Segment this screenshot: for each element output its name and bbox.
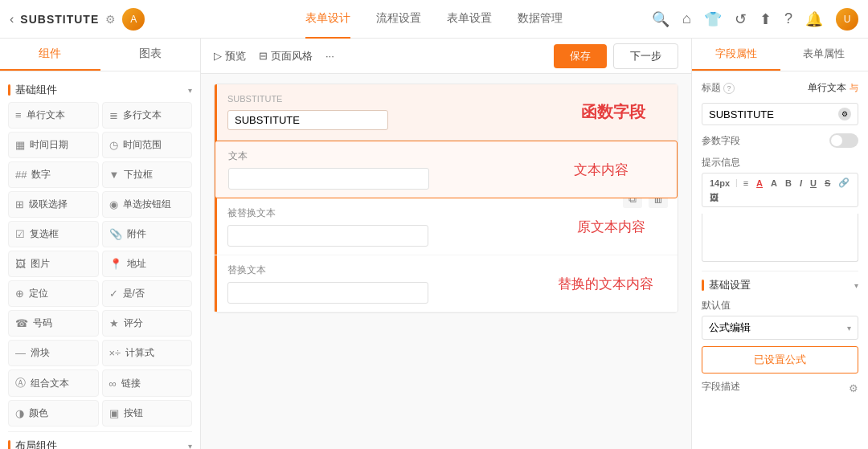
component-date-range[interactable]: ◷ 时间范围 [102, 132, 193, 158]
underline-btn[interactable]: U [808, 178, 819, 189]
field-row-original: 被替换文本 原文本内容 [215, 198, 678, 255]
date-range-icon: ◷ [109, 139, 118, 151]
settings-icon[interactable]: ⚙ [105, 13, 116, 26]
component-radio[interactable]: ◉ 单选按钮组 [102, 191, 193, 218]
image-btn[interactable]: 🖼 [707, 192, 721, 203]
search-icon[interactable]: 🔍 [652, 10, 669, 28]
title-info-icon[interactable]: ? [723, 83, 735, 94]
page-style-button[interactable]: ⊟ 页面风格 [259, 49, 313, 63]
component-location[interactable]: ⊕ 定位 [8, 280, 99, 307]
italic-btn[interactable]: I [797, 178, 805, 189]
top-navigation: ‹ SUBSTITUTE ⚙ A 表单设计 流程设置 表单设置 数据管理 🔍 ⌂… [0, 0, 868, 39]
help-icon[interactable]: ? [784, 10, 792, 27]
component-label: 是/否 [123, 287, 145, 300]
component-date[interactable]: ▦ 时间日期 [8, 132, 99, 158]
home-icon[interactable]: ⌂ [682, 10, 691, 27]
component-formula[interactable]: ×÷ 计算式 [102, 340, 193, 366]
component-yes-no[interactable]: ✓ 是/否 [102, 280, 193, 307]
bold-btn[interactable]: B [783, 178, 794, 189]
prop-title-row: 标题 ? 单行文本 与 [702, 81, 858, 95]
tab-components[interactable]: 组件 [0, 39, 100, 71]
field-input-text[interactable] [228, 168, 429, 190]
dropdown-icon: ▼ [109, 169, 120, 181]
title-settings-icon[interactable]: ⚙ [838, 108, 851, 120]
title-value-input[interactable]: SUBSTITUTE ⚙ [702, 103, 858, 125]
formula-button[interactable]: 已设置公式 [702, 346, 858, 373]
tab-charts[interactable]: 图表 [100, 39, 201, 71]
param-toggle[interactable] [829, 133, 858, 148]
component-checkbox[interactable]: ☑ 复选框 [8, 221, 99, 247]
align-icon[interactable]: ≡ [741, 178, 751, 189]
basic-settings-collapse[interactable]: ▾ [854, 281, 858, 290]
basic-settings-section: 基础设置 ▾ [702, 271, 858, 299]
component-single-text[interactable]: ≡ 单行文本 [8, 102, 99, 129]
back-button[interactable]: ‹ [10, 12, 14, 27]
left-panel: 组件 图表 基础组件 ▾ ≡ 单行文本 ≣ 多行文本 [0, 39, 201, 449]
tab-workflow[interactable]: 流程设置 [376, 0, 421, 39]
next-button[interactable]: 下一步 [613, 43, 678, 69]
strikethrough-btn[interactable]: S [822, 178, 833, 189]
component-button[interactable]: ▣ 按钮 [102, 400, 193, 427]
tab-form-design[interactable]: 表单设计 [305, 0, 350, 39]
tab-field-props[interactable]: 字段属性 [692, 39, 780, 71]
field-input-original[interactable] [227, 225, 428, 247]
component-label: 多行文本 [123, 108, 162, 122]
color-icon: ◑ [15, 407, 24, 419]
tab-form-props[interactable]: 表单属性 [780, 39, 869, 71]
component-label: 复选框 [30, 227, 59, 241]
layout-collapse-icon[interactable]: ▾ [188, 442, 192, 450]
basic-section-label: 基础组件 [15, 83, 57, 97]
color-a-underline-btn[interactable]: A [754, 178, 765, 189]
component-link[interactable]: ∞ 链接 [102, 369, 193, 397]
preview-label: 预览 [225, 49, 246, 63]
user-avatar-right[interactable]: U [836, 8, 858, 31]
right-panel: 字段属性 表单属性 标题 ? 单行文本 与 SUBSTITUTE ⚙ [691, 39, 868, 449]
default-select[interactable]: 公式编辑 ▾ [702, 316, 858, 340]
component-slider[interactable]: — 滑块 [8, 340, 99, 366]
prop-param-row: 参数字段 [702, 133, 858, 148]
component-dropdown[interactable]: ▼ 下拉框 [102, 161, 193, 188]
user-avatar[interactable]: A [122, 8, 145, 31]
save-button[interactable]: 保存 [554, 44, 607, 68]
component-label: 组合文本 [31, 377, 69, 390]
component-multi-text[interactable]: ≣ 多行文本 [102, 102, 193, 129]
field-desc-gear-icon[interactable]: ⚙ [849, 382, 858, 394]
font-size-btn[interactable]: 14px [707, 178, 732, 189]
form-title-input[interactable] [227, 110, 388, 130]
component-cascade[interactable]: ⊞ 级联选择 [8, 191, 99, 218]
component-label: 时间日期 [30, 138, 68, 152]
clothing-icon[interactable]: 👕 [704, 10, 722, 28]
component-image[interactable]: 🖼 图片 [8, 251, 99, 277]
upload-icon[interactable]: ⬆ [760, 10, 772, 28]
form-canvas: SUBSTITUTE 函数字段 ⧉ 🗑 文本 文本内容 被替换 [201, 74, 691, 449]
slider-icon: — [15, 347, 26, 359]
more-button[interactable]: ··· [326, 50, 334, 62]
refresh-icon[interactable]: ↺ [735, 10, 747, 28]
center-toolbar: ▷ 预览 ⊟ 页面风格 ··· 保存 下一步 [201, 39, 691, 74]
link-btn[interactable]: 🔗 [836, 177, 852, 189]
component-label: 评分 [124, 316, 143, 330]
multi-text-icon: ≣ [109, 109, 118, 121]
component-color[interactable]: ◑ 颜色 [8, 400, 99, 427]
component-attachment[interactable]: 📎 附件 [102, 221, 193, 247]
color-a-btn[interactable]: A [768, 178, 780, 189]
component-rating[interactable]: ★ 评分 [102, 310, 193, 337]
preview-button[interactable]: ▷ 预览 [214, 49, 246, 63]
component-phone[interactable]: ☎ 号码 [8, 310, 99, 337]
tab-form-settings[interactable]: 表单设置 [447, 0, 492, 39]
component-label: 链接 [121, 377, 141, 390]
left-tabs: 组件 图表 [0, 39, 200, 71]
component-number[interactable]: ## 数字 [8, 161, 99, 188]
notification-icon[interactable]: 🔔 [805, 10, 823, 28]
component-address[interactable]: 📍 地址 [102, 251, 193, 277]
section-collapse-icon[interactable]: ▾ [188, 86, 192, 95]
tab-data-management[interactable]: 数据管理 [518, 0, 563, 39]
hint-textarea[interactable] [702, 214, 858, 262]
component-label: 按钮 [124, 406, 143, 420]
field-input-replace[interactable] [227, 282, 428, 304]
function-field-label: 函数字段 [549, 84, 678, 140]
number-icon: ## [15, 169, 27, 181]
default-label: 默认值 [702, 299, 858, 312]
checkbox-icon: ☑ [15, 228, 25, 240]
component-combined-text[interactable]: Ⓐ 组合文本 [8, 369, 99, 397]
